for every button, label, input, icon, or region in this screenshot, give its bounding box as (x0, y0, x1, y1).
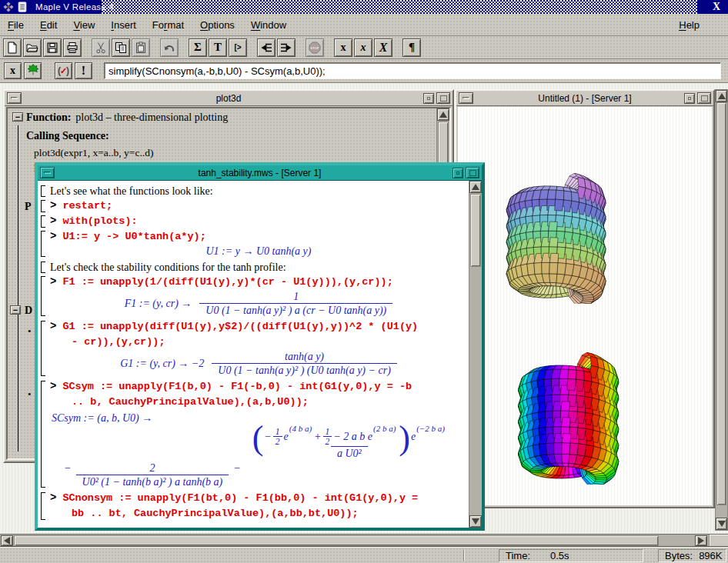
text-mode-button-glyph: T (214, 41, 222, 54)
worksheet-window-tanh-stability[interactable]: tanh_stability.mws - [Server 1] Let's se… (35, 162, 485, 531)
maple-leaf-button[interactable] (24, 62, 42, 79)
maple-input-continuation[interactable]: - cr)),(y,cr)); (72, 336, 165, 348)
sum-button[interactable]: Σ (189, 38, 207, 57)
execution-group[interactable]: >G1 := unapply(diff(U1(y),y$2)/((diff(U1… (39, 319, 467, 377)
tanh-window-titlebar[interactable]: tanh_stability.mws - [Server 1] (38, 165, 482, 181)
tanh-vertical-scrollbar[interactable] (469, 181, 482, 528)
text-mode-button[interactable]: T (209, 38, 227, 57)
plot3d-helix-bottom[interactable] (498, 352, 648, 485)
scroll-up-button[interactable] (716, 90, 727, 102)
tanh-restore-button[interactable] (452, 168, 463, 178)
tanh-minimize-button[interactable] (40, 167, 55, 178)
window-menu-icon[interactable] (3, 2, 14, 12)
indent-button[interactable] (277, 38, 296, 57)
help-window-titlebar[interactable]: plot3d (5, 91, 452, 106)
section-collapse-button[interactable]: − (10, 305, 21, 315)
scroll-up-button[interactable] (469, 181, 482, 193)
maximize-square-icon (440, 95, 447, 102)
new-document-button[interactable] (3, 38, 22, 57)
execution-group[interactable]: >F1 := unapply(1/(diff(U1(y),y)*(cr - U1… (39, 275, 467, 317)
maple-input[interactable]: with(plots): (62, 215, 137, 228)
paste-button[interactable] (132, 38, 150, 57)
scroll-right-button[interactable] (695, 535, 707, 546)
menu-item-edit[interactable]: Edit (40, 19, 57, 31)
tanh-maximize-button[interactable] (466, 167, 479, 178)
section-range-line (18, 125, 18, 451)
main-titlebar[interactable]: Maple V Release 4 X (0, 0, 728, 14)
menu-item-help[interactable]: Help (679, 19, 700, 31)
help-description-heading: D (25, 305, 32, 317)
maple-input-continuation[interactable]: .. b, CauchyPrincipalValue),(a,b,U0)); (72, 396, 309, 408)
x-bold-button[interactable]: X (374, 38, 392, 57)
execution-group[interactable]: >U1:= y -> U0*tanh(a*y); U1 := y → U0 ta… (39, 229, 467, 258)
help-window-title: plot3d (216, 93, 242, 104)
maple-input[interactable]: SCnonsym := unapply(F1(bt,0) - F1(bb,0) … (62, 491, 418, 505)
stop-button[interactable]: STOP (306, 38, 324, 57)
maximize-square-icon (469, 170, 476, 176)
open-button[interactable] (23, 38, 42, 57)
help-restore-button[interactable] (423, 93, 434, 104)
worksheet-window-untitled[interactable]: Untitled (1) - [Server 1] (455, 89, 715, 508)
main-horizontal-scrollbar[interactable] (0, 534, 728, 547)
maple-input[interactable]: G1 := unapply(diff(U1(y),y$2)/((diff(U1(… (62, 320, 418, 334)
resize-corner (709, 535, 728, 547)
untitled-window-titlebar[interactable]: Untitled (1) - [Server 1] (456, 91, 713, 106)
plot3d-helix-top[interactable] (491, 173, 629, 304)
context-x-button[interactable]: x (4, 62, 22, 79)
cut-button[interactable] (92, 38, 110, 57)
maple-input-continuation[interactable]: bb .. bt, CauchyPrincipalValue),(a,bb,bt… (72, 508, 359, 519)
execute-bang-button[interactable]: ! (75, 62, 92, 79)
cut-icon (95, 42, 107, 54)
scroll-down-button[interactable] (716, 518, 727, 530)
execution-group[interactable]: >SCsym := unapply(F1(b,0) - F1(-b,0) - i… (39, 379, 467, 488)
maple-leaf-icon (27, 63, 39, 78)
save-button[interactable] (43, 38, 62, 57)
time-value: 0.5s (550, 550, 569, 561)
worksheet-content[interactable]: Let's see what the functions look like: … (38, 181, 469, 528)
menu-item-view[interactable]: View (73, 19, 95, 31)
maple-input[interactable]: restart; (62, 199, 112, 213)
copy-button[interactable] (112, 38, 130, 57)
print-button[interactable] (63, 38, 82, 57)
scroll-left-button[interactable] (1, 535, 13, 546)
undo-button[interactable] (160, 38, 179, 57)
menu-item-insert[interactable]: Insert (111, 19, 136, 31)
x-italic-button[interactable]: x (354, 38, 372, 57)
x-plain-button[interactable]: x (334, 38, 352, 57)
execution-group[interactable]: >with(plots): (39, 214, 467, 228)
maple-input[interactable]: SCsym := unapply(F1(b,0) - F1(-b,0) - in… (62, 380, 412, 394)
svg-text:STOP: STOP (310, 46, 319, 50)
maple-output: U1 := y → U0 tanh(a y) (50, 245, 467, 258)
untitled-minimize-button[interactable] (459, 92, 473, 104)
menu-item-options[interactable]: Options (200, 19, 235, 31)
scrollbar-thumb[interactable] (470, 194, 481, 267)
execution-group[interactable]: >restart; (39, 198, 467, 213)
scrollbar-thumb[interactable] (716, 102, 726, 505)
help-maximize-button[interactable] (436, 92, 450, 104)
untitled-restore-button[interactable] (684, 93, 695, 104)
minimize-dash-icon (11, 97, 18, 99)
scroll-down-button[interactable] (469, 515, 482, 528)
minimize-dash-icon (44, 172, 51, 174)
menu-item-file[interactable]: File (8, 19, 24, 31)
execution-group[interactable]: >SCnonsym := unapply(F1(bt,0) - F1(bb,0)… (39, 491, 467, 521)
help-minimize-button[interactable] (7, 92, 22, 104)
save-icon (46, 42, 58, 54)
close-button[interactable]: X (713, 1, 720, 13)
paragraph-button[interactable]: ¶ (402, 38, 421, 57)
untitled-maximize-button[interactable] (697, 92, 711, 104)
menu-item-window[interactable]: Window (251, 19, 286, 31)
maple-prompt-button[interactable]: [> (229, 38, 247, 57)
main-vertical-scrollbar[interactable] (715, 89, 728, 531)
untitled-window-title: Untitled (1) - [Server 1] (538, 93, 631, 104)
maple-input[interactable]: U1:= y -> U0*tanh(a*y); (62, 230, 205, 244)
menu-item-format[interactable]: Format (152, 19, 184, 31)
maple-input[interactable]: F1 := unapply(1/(diff(U1(y),y)*(cr - U1(… (62, 275, 392, 289)
up-arrow-icon (439, 112, 447, 118)
scrollbar-thumb[interactable] (14, 535, 659, 546)
scroll-up-button[interactable] (437, 108, 449, 121)
context-input[interactable] (104, 62, 721, 79)
evaluate-check-button[interactable]: (✓) (55, 62, 72, 79)
section-collapse-button[interactable]: − (12, 112, 23, 122)
outdent-button[interactable] (257, 38, 276, 57)
